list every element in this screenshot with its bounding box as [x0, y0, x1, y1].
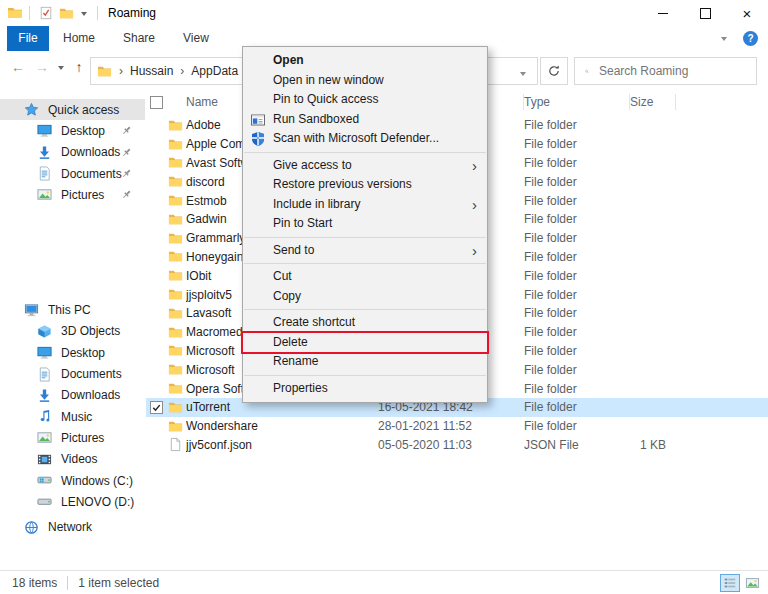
menu-item-label: Run Sandboxed: [273, 112, 359, 126]
folder-icon: [168, 174, 183, 189]
refresh-icon: [547, 64, 561, 78]
minimize-icon: [658, 13, 668, 14]
sidebar-item[interactable]: Desktop: [0, 120, 145, 141]
context-menu-item[interactable]: Rename: [243, 352, 487, 372]
close-button[interactable]: ×: [726, 0, 768, 26]
column-header-size[interactable]: Size: [630, 94, 676, 110]
expand-ribbon-chevron-icon[interactable]: [721, 37, 727, 44]
qat-new-folder-button[interactable]: [59, 6, 74, 21]
ribbon-tab[interactable]: Home: [49, 26, 109, 51]
help-button[interactable]: ?: [743, 31, 758, 46]
maximize-icon: [700, 8, 711, 19]
sidebar-item[interactable]: Downloads: [0, 385, 145, 406]
sidebar-item-this-pc[interactable]: This PC: [0, 299, 145, 320]
pin-icon: [121, 125, 132, 136]
file-type: File folder: [524, 344, 630, 358]
file-name: Wondershare: [186, 419, 378, 433]
context-menu-item[interactable]: Open: [243, 51, 487, 71]
menu-separator: [244, 237, 486, 238]
star-icon: [24, 102, 39, 117]
minimize-button[interactable]: [642, 0, 684, 26]
sidebar-item[interactable]: Downloads: [0, 142, 145, 163]
recent-locations-chevron-icon[interactable]: [58, 66, 64, 73]
title-bar: Roaming ×: [0, 0, 768, 26]
breadcrumb-label[interactable]: AppData: [191, 64, 238, 78]
picture-icon: [37, 430, 52, 445]
details-view-button[interactable]: [720, 574, 740, 592]
menu-item-label: Pin to Start: [273, 216, 332, 230]
item-count: 18 items: [12, 576, 57, 590]
monitor-icon: [37, 123, 52, 138]
context-menu-item[interactable]: Scan with Microsoft Defender...: [243, 129, 487, 149]
maximize-button[interactable]: [684, 0, 726, 26]
sidebar-item[interactable]: LENOVO (D:): [0, 491, 145, 512]
file-type: File folder: [524, 288, 630, 302]
table-row[interactable]: jjv5conf.json 05-05-2020 11:03 JSON File…: [146, 436, 768, 455]
sidebar-item-label: Music: [61, 410, 92, 424]
sidebar-item-network[interactable]: Network: [0, 516, 145, 537]
search-input[interactable]: [597, 63, 756, 79]
context-menu-item[interactable]: Give access to ›: [243, 156, 487, 176]
menu-item-label: Open in new window: [273, 73, 384, 87]
sidebar-item-quick-access[interactable]: Quick access: [0, 99, 145, 120]
file-type: File folder: [524, 231, 630, 245]
context-menu-item[interactable]: Pin to Start: [243, 214, 487, 234]
context-menu-item[interactable]: Include in library ›: [243, 195, 487, 215]
breadcrumb-item[interactable]: Hussain ›: [130, 64, 191, 78]
divider: [29, 6, 30, 20]
table-row[interactable]: Wondershare 28-01-2021 11:52 File folder: [146, 417, 768, 436]
context-menu-item[interactable]: Send to ›: [243, 241, 487, 261]
context-menu-item[interactable]: Restore previous versions: [243, 175, 487, 195]
new-folder-icon: [59, 6, 74, 21]
pin-icon: [121, 189, 132, 200]
sidebar-item[interactable]: Desktop: [0, 342, 145, 363]
folder-icon: [168, 249, 183, 264]
ribbon-tab[interactable]: File: [7, 26, 49, 51]
sidebar-item-label: Quick access: [48, 103, 119, 117]
sidebar-item[interactable]: Documents: [0, 363, 145, 384]
context-menu-item[interactable]: Create shortcut: [243, 313, 487, 333]
sidebar-item[interactable]: Music: [0, 406, 145, 427]
folder-icon: [168, 212, 183, 227]
context-menu-item[interactable]: Open in new window: [243, 71, 487, 91]
forward-button[interactable]: →: [30, 59, 54, 75]
menu-item-label: Scan with Microsoft Defender...: [273, 131, 439, 145]
up-button[interactable]: ↑: [68, 59, 90, 75]
file-type: File folder: [524, 118, 630, 132]
sidebar-item[interactable]: Windows (C:): [0, 470, 145, 491]
picture-icon: [37, 187, 52, 202]
sidebar-item-label: Downloads: [61, 388, 120, 402]
menu-item-label: Create shortcut: [273, 315, 355, 329]
sidebar-item-label: LENOVO (D:): [61, 495, 134, 509]
back-button[interactable]: ←: [6, 59, 30, 75]
refresh-button[interactable]: [540, 57, 568, 85]
context-menu-item[interactable]: Pin to Quick access: [243, 90, 487, 110]
column-header-type[interactable]: Type: [524, 94, 630, 110]
select-all-checkbox[interactable]: [150, 96, 163, 109]
context-menu-item[interactable]: Run Sandboxed: [243, 110, 487, 130]
sidebar-item[interactable]: Videos: [0, 449, 145, 470]
sidebar-item[interactable]: Pictures: [0, 184, 145, 205]
folder-icon: [168, 231, 183, 246]
context-menu-item[interactable]: Copy: [243, 287, 487, 307]
sidebar-item[interactable]: Documents: [0, 163, 145, 184]
sidebar-item[interactable]: 3D Objects: [0, 321, 145, 342]
context-menu-item[interactable]: Delete: [243, 333, 487, 353]
cube-icon: [37, 324, 52, 339]
context-menu: Open Open in new window Pin to Quick acc…: [242, 46, 488, 403]
navigation-pane: Quick access Desktop Downloads Documents…: [0, 89, 145, 570]
qat-customize-chevron-icon[interactable]: [81, 12, 87, 19]
breadcrumb-separator: ›: [180, 64, 184, 78]
sidebar-item[interactable]: Pictures: [0, 427, 145, 448]
context-menu-item[interactable]: Cut: [243, 267, 487, 287]
menu-item-label: Properties: [273, 381, 328, 395]
ribbon-tab[interactable]: Share: [109, 26, 169, 51]
breadcrumb-label[interactable]: Hussain: [130, 64, 173, 78]
search-box[interactable]: [574, 57, 757, 85]
address-dropdown-chevron-icon[interactable]: [520, 72, 526, 79]
thumbnails-view-button[interactable]: [742, 574, 762, 592]
row-checkbox[interactable]: [150, 401, 163, 414]
context-menu-item[interactable]: Properties: [243, 379, 487, 399]
qat-properties-button[interactable]: [39, 6, 53, 20]
ribbon-tab[interactable]: View: [169, 26, 223, 51]
